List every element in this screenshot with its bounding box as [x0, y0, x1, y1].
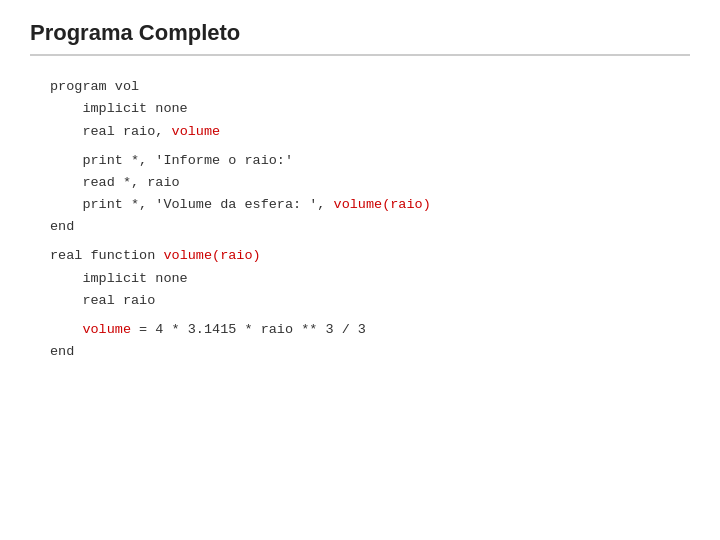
- code-line: end: [50, 216, 690, 238]
- page-title: Programa Completo: [30, 20, 690, 46]
- code-line: real raio: [50, 290, 690, 312]
- code-block: program vol implicit none real raio, vol…: [30, 76, 690, 363]
- code-line: read *, raio: [50, 172, 690, 194]
- code-line: real function volume(raio): [50, 245, 690, 267]
- code-line: end: [50, 341, 690, 363]
- code-line: implicit none: [50, 98, 690, 120]
- page-container: Programa Completo program vol implicit n…: [0, 0, 720, 540]
- code-line: volume = 4 * 3.1415 * raio ** 3 / 3: [50, 319, 690, 341]
- code-line: implicit none: [50, 268, 690, 290]
- code-line: real raio, volume: [50, 121, 690, 143]
- title-section: Programa Completo: [30, 20, 690, 56]
- code-line: program vol: [50, 76, 690, 98]
- code-line: print *, 'Informe o raio:': [50, 150, 690, 172]
- divider: [30, 54, 690, 56]
- code-line: print *, 'Volume da esfera: ', volume(ra…: [50, 194, 690, 216]
